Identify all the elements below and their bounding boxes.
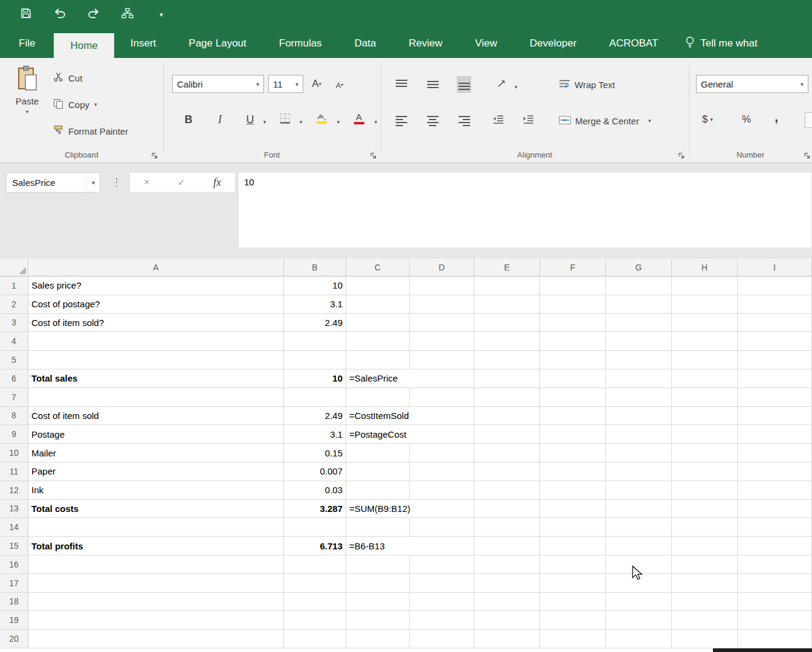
cell-C10[interactable] bbox=[346, 444, 410, 462]
cell-I7[interactable] bbox=[738, 388, 812, 407]
cell-I19[interactable] bbox=[738, 611, 812, 630]
font-size-dropdown-icon[interactable]: ▾ bbox=[291, 81, 298, 88]
cell-G6[interactable] bbox=[606, 369, 672, 388]
cell-A18[interactable] bbox=[28, 593, 284, 612]
cell-A8[interactable]: Cost of item sold bbox=[28, 407, 284, 426]
save-button[interactable] bbox=[18, 7, 34, 22]
row-header-11[interactable]: 11 bbox=[0, 462, 28, 481]
orientation-button[interactable] bbox=[494, 76, 509, 93]
cell-F1[interactable] bbox=[540, 276, 606, 295]
cell-E15[interactable] bbox=[474, 537, 540, 555]
cell-F12[interactable] bbox=[540, 481, 606, 500]
row-header-15[interactable]: 15 bbox=[0, 537, 28, 555]
cell-D11[interactable] bbox=[410, 462, 474, 481]
cell-F11[interactable] bbox=[540, 462, 606, 481]
cell-E10[interactable] bbox=[474, 444, 540, 462]
cell-G10[interactable] bbox=[606, 444, 672, 462]
name-box[interactable]: SalesPrice ▾ bbox=[6, 172, 100, 193]
underline-button[interactable]: U bbox=[243, 111, 257, 128]
cell-C12[interactable] bbox=[346, 481, 410, 500]
cell-H13[interactable] bbox=[672, 500, 738, 519]
cell-G19[interactable] bbox=[606, 611, 672, 630]
cell-B19[interactable] bbox=[284, 611, 346, 630]
cell-E9[interactable] bbox=[474, 425, 540, 444]
cell-F14[interactable] bbox=[540, 518, 606, 537]
insert-function-icon[interactable]: fx bbox=[213, 176, 221, 189]
cell-A17[interactable] bbox=[28, 574, 284, 593]
cell-A1[interactable]: Sales price? bbox=[28, 276, 284, 295]
cell-C14[interactable] bbox=[346, 518, 410, 537]
cell-D13[interactable] bbox=[410, 500, 474, 519]
cell-B5[interactable] bbox=[284, 351, 346, 369]
tab-data[interactable]: Data bbox=[338, 29, 393, 58]
cell-E13[interactable] bbox=[474, 500, 540, 519]
cell-I13[interactable] bbox=[738, 500, 812, 519]
cell-G7[interactable] bbox=[606, 388, 672, 407]
cell-C8[interactable]: =CostItemSold bbox=[346, 407, 410, 426]
cell-H5[interactable] bbox=[672, 351, 738, 369]
cell-G15[interactable] bbox=[606, 537, 672, 555]
row-header-13[interactable]: 13 bbox=[0, 500, 28, 519]
number-format-combo[interactable]: General ▾ bbox=[696, 75, 808, 93]
undo-button[interactable] bbox=[52, 7, 68, 22]
cell-G8[interactable] bbox=[606, 407, 672, 426]
cell-F17[interactable] bbox=[540, 574, 606, 593]
row-header-19[interactable]: 19 bbox=[0, 611, 28, 630]
cell-H3[interactable] bbox=[672, 314, 738, 333]
cell-A16[interactable] bbox=[28, 555, 284, 574]
cell-B8[interactable]: 2.49 bbox=[284, 407, 346, 426]
cell-A20[interactable] bbox=[28, 630, 284, 648]
cell-H15[interactable] bbox=[672, 537, 738, 555]
tab-acrobat[interactable]: ACROBAT bbox=[593, 29, 674, 58]
cell-E18[interactable] bbox=[474, 593, 540, 612]
formula-bar-drag-handle[interactable]: ⋮ bbox=[111, 176, 122, 189]
column-header-G[interactable]: G bbox=[606, 258, 672, 276]
cell-H14[interactable] bbox=[672, 518, 738, 537]
paste-button[interactable]: Paste ▾ bbox=[8, 65, 46, 127]
cell-B6[interactable]: 10 bbox=[284, 369, 346, 388]
row-header-17[interactable]: 17 bbox=[0, 574, 28, 593]
font-name-dropdown-icon[interactable]: ▾ bbox=[252, 81, 259, 88]
cell-H10[interactable] bbox=[672, 444, 738, 462]
cell-D6[interactable] bbox=[410, 369, 474, 388]
cell-F15[interactable] bbox=[540, 537, 606, 555]
fill-color-button[interactable] bbox=[314, 110, 329, 127]
cell-A19[interactable] bbox=[28, 611, 284, 630]
row-header-7[interactable]: 7 bbox=[0, 388, 28, 407]
cell-B11[interactable]: 0.007 bbox=[284, 462, 346, 481]
cell-F16[interactable] bbox=[540, 555, 606, 574]
clipboard-dialog-launcher-icon[interactable] bbox=[151, 151, 158, 158]
cell-D17[interactable] bbox=[410, 574, 474, 593]
tab-view[interactable]: View bbox=[459, 29, 514, 58]
org-chart-button[interactable] bbox=[120, 7, 135, 22]
cell-F4[interactable] bbox=[540, 332, 606, 351]
cell-C13[interactable]: =SUM(B9:B12) bbox=[346, 500, 410, 519]
cell-I6[interactable] bbox=[738, 369, 812, 388]
formula-bar-input[interactable]: 10 bbox=[238, 172, 812, 248]
increase-decimal-button[interactable] bbox=[805, 112, 812, 128]
top-align-button[interactable] bbox=[394, 76, 408, 93]
tab-formulas[interactable]: Formulas bbox=[263, 29, 338, 58]
cell-B3[interactable]: 2.49 bbox=[284, 314, 346, 333]
cell-D16[interactable] bbox=[410, 555, 474, 574]
cell-A14[interactable] bbox=[28, 518, 284, 537]
cell-B10[interactable]: 0.15 bbox=[284, 444, 346, 462]
cell-I5[interactable] bbox=[738, 351, 812, 369]
cell-I3[interactable] bbox=[738, 314, 812, 333]
cell-B7[interactable] bbox=[284, 388, 346, 407]
cell-H2[interactable] bbox=[672, 295, 738, 314]
cell-F3[interactable] bbox=[540, 314, 606, 333]
cell-F18[interactable] bbox=[540, 593, 606, 612]
paste-dropdown-icon[interactable]: ▾ bbox=[26, 109, 29, 115]
cell-F5[interactable] bbox=[540, 351, 606, 369]
increase-indent-button[interactable] bbox=[521, 112, 535, 129]
tab-page-layout[interactable]: Page Layout bbox=[172, 29, 262, 58]
row-header-2[interactable]: 2 bbox=[0, 295, 28, 314]
cell-E20[interactable] bbox=[474, 630, 540, 648]
cell-C3[interactable] bbox=[346, 314, 410, 333]
cell-D20[interactable] bbox=[410, 630, 474, 648]
cell-B15[interactable]: 6.713 bbox=[284, 537, 346, 555]
cell-I14[interactable] bbox=[738, 518, 812, 537]
cell-C15[interactable]: =B6-B13 bbox=[346, 537, 410, 555]
borders-button[interactable] bbox=[278, 111, 292, 128]
